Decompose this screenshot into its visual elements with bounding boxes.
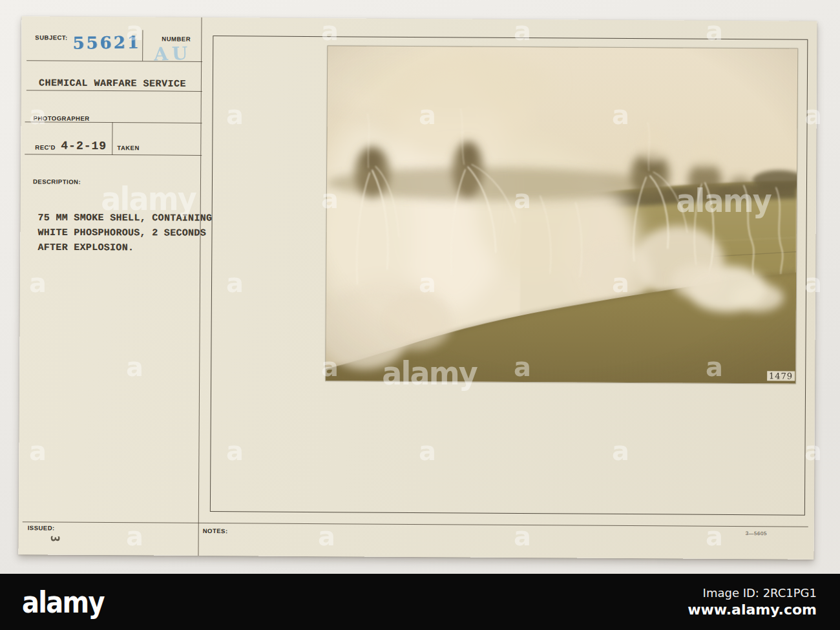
issued-mark: 3 — [48, 536, 62, 542]
notes-label: NOTES: — [203, 527, 228, 534]
subject-number-divider-line — [142, 30, 143, 61]
image-id: Image ID: 2RC1PG1 — [688, 586, 817, 600]
explosion-photo-svg — [326, 46, 797, 383]
footer-bar: alamy Image ID: 2RC1PG1 www.alamy.com — [0, 574, 840, 630]
form-code: 3—5605 — [746, 530, 767, 536]
alamy-logo: alamy — [22, 584, 104, 620]
photo-number-tag: 1479 — [767, 371, 795, 381]
taken-label: TAKEN — [117, 144, 140, 151]
photo-vignette — [326, 46, 797, 383]
received-label: REC'D — [35, 143, 56, 151]
photographer-label: PHOTOGRAPHER — [34, 114, 90, 122]
photograph: 1479 — [326, 46, 797, 383]
issued-notes-rule — [23, 521, 808, 527]
received-taken-divider-line — [112, 122, 113, 155]
description-text: 75 MM SMOKE SHELL, CONTAINING WHITE PHOS… — [37, 211, 212, 256]
issued-label: ISSUED: — [28, 524, 55, 531]
subject-number-stamp: 55621 — [72, 32, 141, 52]
photographer-row-rule — [25, 121, 202, 123]
main-column-divider-line — [198, 17, 202, 556]
photo-card: SUBJECT: 55621 NUMBER AU CHEMICAL WARFAR… — [18, 16, 817, 560]
number-label: NUMBER — [162, 36, 191, 43]
service-row-rule — [26, 90, 202, 92]
subject-label: SUBJECT: — [35, 34, 68, 41]
footer-info: Image ID: 2RC1PG1 www.alamy.com — [688, 586, 817, 618]
number-stamp: AU — [154, 43, 192, 65]
received-row-rule — [25, 154, 202, 156]
description-label: DESCRIPTION: — [33, 178, 81, 185]
service-name: CHEMICAL WARFARE SERVICE — [39, 78, 186, 89]
received-date: 4-2-19 — [61, 140, 107, 152]
page-background: SUBJECT: 55621 NUMBER AU CHEMICAL WARFAR… — [0, 0, 840, 630]
website-url: www.alamy.com — [688, 602, 817, 618]
